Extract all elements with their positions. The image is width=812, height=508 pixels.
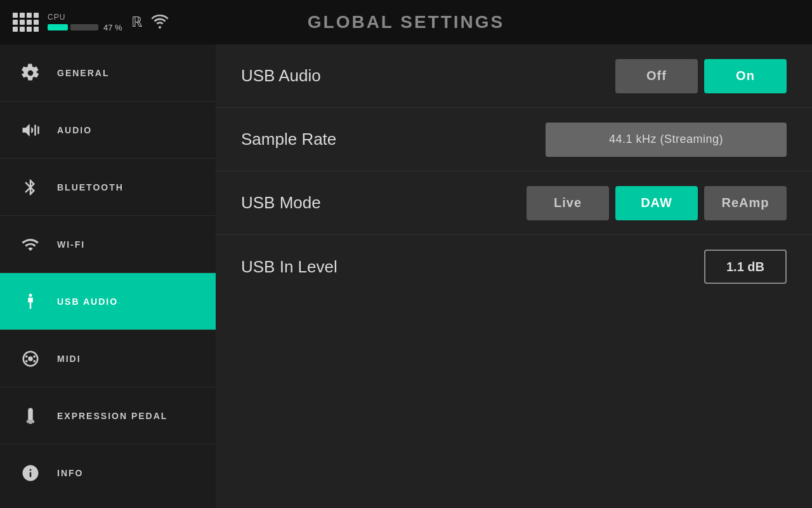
cpu-bar-dark	[70, 24, 98, 30]
usb-icon	[19, 290, 42, 313]
sidebar-item-bluetooth[interactable]: BLUETOOTH	[0, 159, 216, 216]
cpu-bar: 47 %	[48, 23, 122, 32]
usb-audio-label: USB Audio	[241, 66, 321, 86]
usb-mode-daw-button[interactable]: DAW	[615, 186, 698, 220]
svg-rect-9	[27, 420, 35, 423]
usb-audio-on-button[interactable]: On	[704, 59, 787, 93]
sidebar-item-label: EXPRESSION PEDAL	[57, 411, 167, 421]
usb-in-level-row: USB In Level 1.1 dB	[216, 235, 812, 298]
sidebar: GENERAL AUDIO BLUETOOTH	[0, 44, 216, 508]
sidebar-item-wifi[interactable]: WI-FI	[0, 216, 216, 273]
sample-rate-button[interactable]: 44.1 kHz (Streaming)	[546, 123, 787, 157]
page-title: GLOBAL SETTINGS	[308, 12, 505, 32]
topbar-left: CPU 47 % ℝ	[13, 13, 169, 32]
usb-in-level-button[interactable]: 1.1 dB	[704, 250, 787, 284]
sidebar-item-label: WI-FI	[57, 239, 85, 250]
cpu-percent: 47 %	[103, 23, 122, 32]
settings-content: USB Audio Off On Sample Rate 44.1 kHz (S…	[216, 44, 812, 508]
pedal-icon	[19, 404, 42, 427]
bluetooth-icon	[19, 176, 42, 199]
main-layout: GENERAL AUDIO BLUETOOTH	[0, 44, 812, 508]
sample-rate-controls: 44.1 kHz (Streaming)	[546, 123, 787, 157]
sidebar-item-usb-audio[interactable]: USB AUDIO	[0, 273, 216, 330]
usb-audio-off-button[interactable]: Off	[615, 59, 698, 93]
svg-rect-0	[34, 124, 36, 136]
gear-icon	[19, 62, 42, 84]
grid-icon[interactable]	[13, 13, 39, 32]
usb-mode-controls: Live DAW ReAmp	[527, 186, 787, 220]
cpu-bar-green	[48, 24, 68, 30]
usb-mode-row: USB Mode Live DAW ReAmp	[216, 171, 812, 235]
sidebar-item-audio[interactable]: AUDIO	[0, 102, 216, 159]
sidebar-item-expression-pedal[interactable]: EXPRESSION PEDAL	[0, 387, 216, 444]
midi-icon	[19, 347, 42, 370]
cpu-label: CPU	[48, 13, 65, 22]
usb-mode-live-button[interactable]: Live	[527, 186, 609, 220]
svg-point-4	[25, 355, 28, 358]
svg-point-3	[28, 356, 33, 361]
svg-point-7	[33, 359, 36, 362]
sidebar-item-label: MIDI	[57, 354, 81, 364]
svg-rect-1	[37, 126, 39, 134]
wifi-icon	[151, 15, 169, 30]
bluetooth-icon: ℝ	[131, 14, 142, 30]
usb-in-level-controls: 1.1 dB	[704, 250, 787, 284]
svg-point-5	[33, 355, 36, 358]
sample-rate-label: Sample Rate	[241, 130, 336, 149]
sidebar-item-label: AUDIO	[57, 125, 92, 135]
sidebar-item-label: USB AUDIO	[57, 297, 118, 307]
usb-in-level-label: USB In Level	[241, 257, 337, 277]
audio-icon	[19, 119, 42, 142]
sidebar-item-label: INFO	[57, 468, 83, 478]
sidebar-item-midi[interactable]: MIDI	[0, 330, 216, 387]
usb-mode-label: USB Mode	[241, 193, 321, 213]
topbar: CPU 47 % ℝ GLOBAL SETTINGS	[0, 0, 812, 44]
usb-audio-row: USB Audio Off On	[216, 44, 812, 108]
wifi-nav-icon	[19, 233, 42, 256]
sidebar-item-info[interactable]: INFO	[0, 444, 216, 502]
svg-point-6	[25, 359, 28, 362]
sidebar-item-general[interactable]: GENERAL	[0, 44, 216, 102]
cpu-indicator: CPU 47 %	[48, 13, 122, 32]
sidebar-item-label: GENERAL	[57, 68, 109, 78]
sidebar-item-label: BLUETOOTH	[57, 182, 124, 192]
info-icon	[19, 462, 42, 485]
sample-rate-row: Sample Rate 44.1 kHz (Streaming)	[216, 108, 812, 171]
usb-mode-reamp-button[interactable]: ReAmp	[704, 186, 787, 220]
usb-audio-controls: Off On	[615, 59, 787, 93]
